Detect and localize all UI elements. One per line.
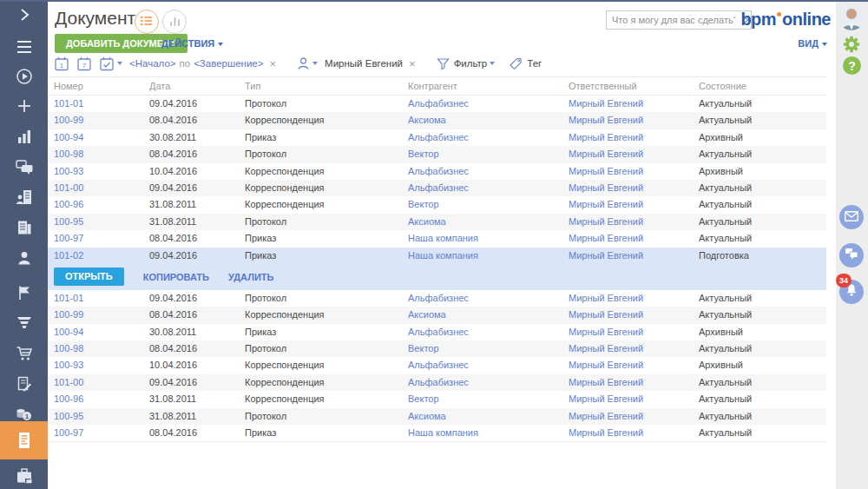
cell-number[interactable]: 100-93: [54, 357, 145, 373]
cell-owner[interactable]: Мирный Евгений: [569, 357, 694, 373]
cell-number[interactable]: 100-94: [54, 324, 145, 340]
notifications-button[interactable]: 34: [839, 280, 864, 304]
sidebar-collapse-button[interactable]: [0, 0, 48, 30]
table-row[interactable]: 101-0209.04.2016ПриказНаша компанияМирны…: [48, 248, 826, 264]
period-start-link[interactable]: <Начало>: [129, 58, 176, 69]
calendar-week-filter-button[interactable]: 7: [77, 56, 91, 71]
cell-owner[interactable]: Мирный Евгений: [569, 196, 694, 213]
sidebar-item-companies[interactable]: [0, 213, 48, 242]
cell-number[interactable]: 100-93: [54, 163, 145, 180]
cell-account[interactable]: Альфабизнес: [408, 290, 564, 307]
delete-button[interactable]: УДАЛИТЬ: [228, 272, 273, 282]
filter-menu-label[interactable]: Фильтр: [454, 58, 488, 69]
sidebar-item-accounts[interactable]: [0, 182, 48, 212]
clear-owner-filter-icon[interactable]: ×: [409, 58, 416, 69]
cell-account[interactable]: Аксиома: [408, 214, 564, 230]
sidebar-item-sales-funnel[interactable]: [0, 308, 48, 338]
filter-menu-button[interactable]: [437, 57, 450, 70]
table-row[interactable]: 100-9631.08.2011КорреспонденцияВекторМир…: [48, 391, 826, 407]
cell-owner[interactable]: Мирный Евгений: [569, 408, 694, 425]
table-row[interactable]: 100-9808.04.2016ПротоколВекторМирный Евг…: [48, 340, 826, 357]
sidebar-item-contracts[interactable]: [0, 369, 48, 399]
table-row[interactable]: 100-9531.08.2011ПротоколАксиомаМирный Ев…: [48, 408, 826, 425]
cell-number[interactable]: 100-99: [54, 112, 145, 129]
cell-number[interactable]: 100-98: [54, 340, 145, 357]
view-menu-button[interactable]: ВИД: [798, 38, 827, 49]
sidebar-item-projects[interactable]: [0, 278, 48, 307]
cell-number[interactable]: 100-97: [54, 230, 145, 247]
cell-owner[interactable]: Мирный Евгений: [569, 214, 694, 230]
help-button[interactable]: ?: [843, 56, 861, 75]
cell-account[interactable]: Альфабизнес: [408, 357, 564, 373]
cell-number[interactable]: 101-00: [54, 180, 145, 196]
cell-owner[interactable]: Мирный Евгений: [569, 112, 694, 129]
calendar-period-filter-button[interactable]: [100, 56, 122, 71]
cell-account[interactable]: Альфабизнес: [408, 129, 564, 146]
sidebar-item-cases[interactable]: [0, 461, 48, 489]
column-header-number[interactable]: Номер: [54, 77, 145, 95]
cell-account[interactable]: Альфабизнес: [408, 96, 564, 112]
table-row[interactable]: 101-0009.04.2016КорреспонденцияАльфабизн…: [48, 180, 826, 196]
cell-owner[interactable]: Мирный Евгений: [569, 290, 694, 307]
table-row[interactable]: 100-9430.08.2011ПриказАльфабизнесМирный …: [48, 129, 826, 146]
tag-filter-label[interactable]: Тег: [527, 58, 542, 69]
cell-account[interactable]: Вектор: [408, 391, 564, 407]
calendar-day-filter-button[interactable]: 1: [55, 56, 69, 71]
table-row[interactable]: 100-9310.04.2016КорреспонденцияАльфабизн…: [48, 163, 826, 180]
cell-account[interactable]: Альфабизнес: [408, 163, 564, 180]
cell-account[interactable]: Наша компания: [408, 248, 564, 264]
tag-filter-button[interactable]: [509, 56, 523, 70]
messages-button[interactable]: [839, 243, 864, 268]
period-end-link[interactable]: <Завершение>: [194, 58, 263, 69]
cell-owner[interactable]: Мирный Евгений: [569, 248, 694, 264]
sidebar-item-orders[interactable]: [0, 339, 48, 368]
table-row[interactable]: 100-9708.04.2016ПриказНаша компанияМирны…: [48, 425, 826, 441]
cell-owner[interactable]: Мирный Евгений: [569, 374, 694, 391]
search-input[interactable]: [607, 15, 740, 25]
cell-number[interactable]: 100-96: [54, 391, 145, 407]
cell-owner[interactable]: Мирный Евгений: [569, 96, 694, 112]
column-header-state[interactable]: Состояние: [699, 77, 825, 95]
cell-account[interactable]: Аксиома: [408, 307, 564, 323]
cell-number[interactable]: 101-01: [54, 290, 145, 307]
column-header-date[interactable]: Дата: [149, 77, 240, 95]
sidebar-item-run-process[interactable]: [0, 62, 48, 91]
column-header-account[interactable]: Контрагент: [408, 77, 564, 95]
sidebar-item-main-menu[interactable]: [0, 32, 48, 62]
cell-owner[interactable]: Мирный Евгений: [569, 180, 694, 196]
cell-account[interactable]: Альфабизнес: [408, 324, 564, 340]
cell-account[interactable]: Наша компания: [408, 230, 564, 247]
cell-number[interactable]: 100-98: [54, 146, 145, 162]
cell-number[interactable]: 100-95: [54, 214, 145, 230]
cell-number[interactable]: 101-00: [54, 374, 145, 391]
actions-menu-button[interactable]: ДЕЙСТВИЯ: [161, 34, 223, 53]
analytics-view-toggle[interactable]: [162, 10, 187, 34]
cell-owner[interactable]: Мирный Евгений: [569, 230, 694, 247]
cell-owner[interactable]: Мирный Евгений: [569, 340, 694, 357]
cell-number[interactable]: 101-01: [54, 96, 145, 112]
email-button[interactable]: [839, 205, 864, 229]
cell-account[interactable]: Аксиома: [408, 112, 564, 129]
cell-owner[interactable]: Мирный Евгений: [569, 307, 694, 323]
table-row[interactable]: 100-9908.04.2016КорреспонденцияАксиомаМи…: [48, 112, 826, 129]
column-header-type[interactable]: Тип: [245, 77, 404, 95]
cell-account[interactable]: Альфабизнес: [408, 180, 564, 196]
cell-account[interactable]: Вектор: [408, 340, 564, 357]
user-avatar[interactable]: [838, 4, 865, 30]
table-row[interactable]: 100-9708.04.2016ПриказНаша компанияМирны…: [48, 230, 826, 247]
cell-number[interactable]: 100-99: [54, 307, 145, 323]
table-row[interactable]: 101-0109.04.2016ПротоколАльфабизнесМирны…: [48, 290, 826, 307]
table-row[interactable]: 100-9808.04.2016ПротоколВекторМирный Евг…: [48, 146, 826, 162]
cell-account[interactable]: Наша компания: [408, 425, 564, 441]
cell-owner[interactable]: Мирный Евгений: [569, 391, 694, 407]
cell-account[interactable]: Альфабизнес: [408, 374, 564, 391]
cell-owner[interactable]: Мирный Евгений: [569, 146, 694, 162]
cell-account[interactable]: Вектор: [408, 196, 564, 213]
table-row[interactable]: 101-0009.04.2016КорреспонденцияАльфабизн…: [48, 374, 826, 391]
sidebar-item-documents[interactable]: [0, 421, 48, 459]
clear-period-filter-icon[interactable]: ×: [269, 58, 276, 69]
cell-owner[interactable]: Мирный Евгений: [569, 129, 694, 146]
list-view-toggle[interactable]: [135, 10, 159, 34]
table-row[interactable]: 101-0109.04.2016ПротоколАльфабизнесМирны…: [48, 96, 826, 112]
sidebar-item-contacts[interactable]: [0, 243, 48, 273]
